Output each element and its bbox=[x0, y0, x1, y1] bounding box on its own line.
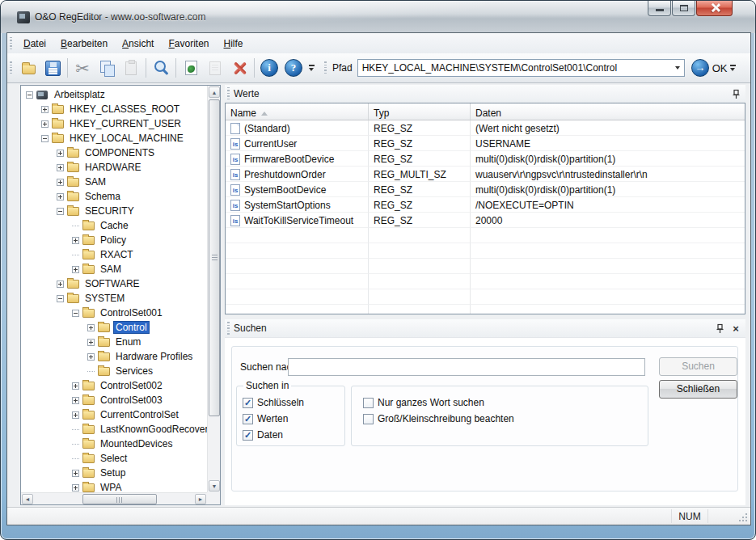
expand-icon[interactable] bbox=[72, 382, 79, 390]
combo-dropdown-button[interactable] bbox=[671, 60, 684, 76]
menu-item-hilfe[interactable]: Hilfe bbox=[217, 36, 251, 52]
menu-item-ansicht[interactable]: Ansicht bbox=[115, 36, 161, 52]
expand-icon[interactable] bbox=[72, 397, 79, 404]
tree-item-components[interactable]: COMPONENTS bbox=[21, 146, 207, 160]
tree-item-enum[interactable]: Enum bbox=[21, 335, 207, 349]
toolbar-grip[interactable] bbox=[10, 61, 12, 74]
value-row-waittokillservicetimeout[interactable]: isWaitToKillServiceTimeoutREG_SZ20000 bbox=[226, 213, 745, 228]
menu-item-bearbeiten[interactable]: Bearbeiten bbox=[53, 36, 115, 52]
expand-icon[interactable] bbox=[72, 411, 79, 419]
expand-icon[interactable] bbox=[72, 470, 79, 477]
expand-icon[interactable] bbox=[72, 237, 79, 244]
expand-icon[interactable] bbox=[87, 339, 95, 346]
toolbar-overflow-button[interactable] bbox=[307, 59, 316, 77]
import-reg-file-button[interactable] bbox=[179, 56, 203, 80]
help-button[interactable]: ? bbox=[281, 56, 306, 80]
collapse-icon[interactable] bbox=[41, 135, 49, 142]
tree-vertical-scrollbar[interactable]: ▲ ▼ bbox=[207, 86, 220, 492]
collapse-icon[interactable] bbox=[57, 208, 64, 215]
tree-item-services[interactable]: Services bbox=[21, 364, 207, 378]
ok-button[interactable]: OK bbox=[712, 62, 728, 74]
tree-item-software[interactable]: SOFTWARE bbox=[21, 276, 207, 291]
menu-item-datei[interactable]: Datei bbox=[16, 36, 53, 52]
tree-item-controlset002[interactable]: ControlSet002 bbox=[21, 378, 207, 393]
tree-item-policy[interactable]: Policy bbox=[21, 233, 207, 247]
vertical-scroll-thumb[interactable] bbox=[209, 99, 220, 416]
tree-item-currentcontrolset[interactable]: CurrentControlSet bbox=[21, 407, 207, 422]
app-icon[interactable] bbox=[17, 11, 30, 23]
checkbox-werten[interactable]: ✓Werten bbox=[243, 413, 288, 424]
maximize-button[interactable] bbox=[672, 1, 695, 16]
delete-button[interactable] bbox=[227, 56, 251, 80]
tree-item-hkey-current-user[interactable]: HKEY_CURRENT_USER bbox=[21, 116, 207, 131]
column-header-typ[interactable]: Typ bbox=[369, 103, 471, 120]
tree-item-wpa[interactable]: WPA bbox=[21, 480, 207, 492]
tree-item-mounteddevices[interactable]: MountedDevices bbox=[21, 437, 207, 451]
value-row-standard[interactable]: (Standard)REG_SZ(Wert nicht gesetzt) bbox=[226, 120, 745, 136]
close-panel-button[interactable]: × bbox=[729, 322, 742, 335]
menubar-grip[interactable] bbox=[10, 37, 12, 50]
expand-icon[interactable] bbox=[72, 266, 79, 273]
expand-icon[interactable] bbox=[87, 353, 95, 361]
pathbar-grip[interactable] bbox=[324, 61, 327, 74]
checked-checkbox-icon[interactable]: ✓ bbox=[243, 414, 253, 424]
tree-item-cache[interactable]: Cache bbox=[21, 218, 207, 233]
tree-item-controlset003[interactable]: ControlSet003 bbox=[21, 393, 207, 407]
tree-item-sam[interactable]: SAM bbox=[21, 175, 207, 189]
cut-button[interactable]: ✂ bbox=[70, 56, 95, 80]
expand-icon[interactable] bbox=[57, 193, 64, 200]
new-key-button[interactable] bbox=[16, 56, 40, 80]
unchecked-checkbox-icon[interactable] bbox=[363, 398, 374, 408]
value-row-systemstartoptions[interactable]: isSystemStartOptionsREG_SZ/NOEXECUTE=OPT… bbox=[226, 197, 745, 213]
tree-item-security[interactable]: SECURITY bbox=[21, 204, 207, 218]
menu-item-favoriten[interactable]: Favoriten bbox=[161, 36, 216, 52]
expand-icon[interactable] bbox=[87, 324, 95, 331]
title-bar[interactable]: O&O RegEditor - www.oo-software.com bbox=[1, 1, 755, 33]
resize-grip[interactable] bbox=[737, 512, 747, 521]
scroll-right-button[interactable]: ► bbox=[195, 494, 206, 504]
go-arrow-icon[interactable]: → bbox=[691, 59, 709, 77]
expand-icon[interactable] bbox=[41, 106, 49, 113]
tree-item-setup[interactable]: Setup bbox=[21, 466, 207, 480]
value-row-preshutdownorder[interactable]: isPreshutdownOrderREG_MULTI_SZwuauserv\r… bbox=[226, 167, 745, 182]
checkbox-nur-ganzes-wort-suchen[interactable]: Nur ganzes Wort suchen bbox=[363, 397, 484, 408]
scroll-down-button[interactable]: ▼ bbox=[209, 480, 220, 491]
scroll-left-button[interactable]: ◄ bbox=[22, 494, 33, 504]
checked-checkbox-icon[interactable]: ✓ bbox=[243, 430, 253, 441]
horizontal-scroll-thumb[interactable] bbox=[82, 494, 157, 504]
column-header-daten[interactable]: Daten bbox=[471, 103, 745, 120]
save-button[interactable] bbox=[40, 56, 65, 80]
close-button[interactable] bbox=[696, 1, 733, 16]
minimize-button[interactable] bbox=[648, 1, 671, 16]
value-row-currentuser[interactable]: isCurrentUserREG_SZUSERNAME bbox=[226, 136, 745, 151]
expand-icon[interactable] bbox=[57, 179, 64, 186]
values-panel-grip[interactable] bbox=[227, 87, 230, 100]
search-button[interactable] bbox=[149, 56, 173, 80]
collapse-icon[interactable] bbox=[57, 295, 64, 302]
tree-item-hkey-classes-root[interactable]: HKEY_CLASSES_ROOT bbox=[21, 102, 207, 116]
pin-icon[interactable] bbox=[713, 322, 726, 335]
tree-item-schema[interactable]: Schema bbox=[21, 189, 207, 204]
checkbox-gro-kleinschreibung-beachten[interactable]: Groß/Kleinschreibung beachten bbox=[363, 413, 514, 424]
expand-icon[interactable] bbox=[57, 281, 64, 288]
tree-item-sam[interactable]: SAM bbox=[21, 262, 207, 276]
tree-item-lastknowngoodrecovery[interactable]: LastKnownGoodRecovery bbox=[21, 422, 207, 437]
collapse-icon[interactable] bbox=[26, 91, 33, 99]
close-search-button[interactable]: Schließen bbox=[659, 380, 737, 399]
tree-item-hardware[interactable]: HARDWARE bbox=[21, 160, 207, 175]
value-row-firmwarebootdevice[interactable]: isFirmwareBootDeviceREG_SZmulti(0)disk(0… bbox=[226, 151, 745, 167]
scroll-up-button[interactable]: ▲ bbox=[209, 86, 220, 98]
path-combobox[interactable]: HKEY_LOCAL_MACHINE\SYSTEM\ControlSet001\… bbox=[357, 59, 685, 77]
expand-icon[interactable] bbox=[57, 164, 64, 171]
column-header-name[interactable]: Name bbox=[226, 103, 369, 120]
tree-item-hardware-profiles[interactable]: Hardware Profiles bbox=[21, 349, 207, 364]
search-input[interactable] bbox=[288, 358, 645, 376]
value-row-systembootdevice[interactable]: isSystemBootDeviceREG_SZmulti(0)disk(0)r… bbox=[226, 182, 745, 197]
tree-item-controlset001[interactable]: ControlSet001 bbox=[21, 306, 207, 320]
info-button[interactable]: i bbox=[257, 56, 281, 80]
expand-icon[interactable] bbox=[41, 120, 49, 128]
tree-item-hkey-local-machine[interactable]: HKEY_LOCAL_MACHINE bbox=[21, 131, 207, 146]
search-panel-grip[interactable] bbox=[227, 322, 230, 335]
copy-button[interactable] bbox=[95, 56, 119, 80]
tree-horizontal-scrollbar[interactable]: ◄ ► bbox=[21, 492, 207, 504]
